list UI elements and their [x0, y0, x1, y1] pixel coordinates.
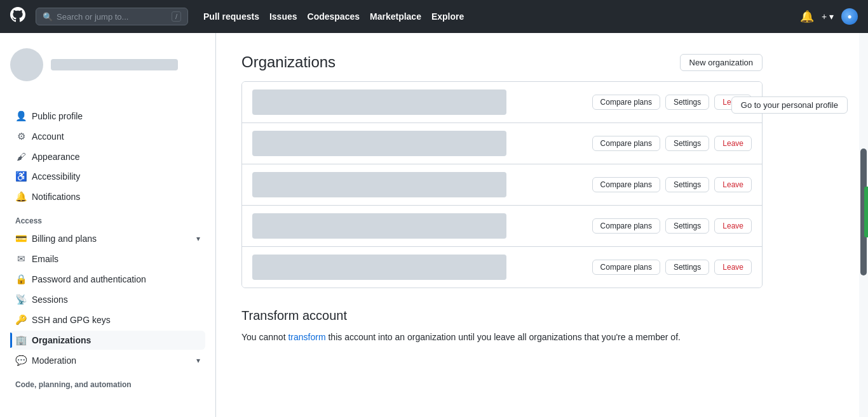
gear-icon: ⚙ [15, 131, 27, 142]
search-bar[interactable]: 🔍 / [36, 8, 188, 25]
go-to-personal-profile-button[interactable]: Go to your personal profile [731, 96, 848, 114]
sidebar-label-emails: Emails [32, 254, 58, 264]
key-icon: 🔑 [15, 314, 27, 326]
org-icon: 🏢 [15, 334, 27, 346]
sidebar-nav-billing[interactable]: 💳 Billing and plans ▾ [10, 229, 205, 248]
org-info-placeholder [252, 172, 506, 197]
org-actions: Compare plans Settings Leave [592, 177, 752, 192]
person-icon: 👤 [15, 110, 27, 122]
org-info-placeholder [252, 89, 506, 115]
sidebar-label-ssh-keys: SSH and GPG keys [32, 315, 111, 325]
sidebar-section-access: Access [15, 216, 200, 225]
compare-plans-button[interactable]: Compare plans [592, 218, 660, 234]
paintbrush-icon: 🖌 [15, 151, 27, 162]
nav-explore[interactable]: Explore [431, 11, 464, 22]
mail-icon: ✉ [15, 253, 27, 265]
org-actions: Compare plans Settings Leave [592, 260, 752, 275]
org-row: Compare plans Settings Leave [242, 164, 762, 206]
sidebar-nav-account[interactable]: ⚙ Account [10, 127, 205, 146]
org-actions: Compare plans Settings Leave [592, 136, 752, 151]
org-info-placeholder [252, 255, 506, 280]
sidebar-avatar [10, 48, 43, 81]
org-actions: Compare plans Settings Leave [592, 218, 752, 234]
sessions-icon: 📡 [15, 294, 27, 305]
sidebar-user [10, 48, 205, 91]
sidebar-label-public-profile: Public profile [32, 111, 83, 121]
sidebar-label-organizations: Organizations [32, 335, 91, 345]
sidebar-nav-accessibility[interactable]: ♿ Accessibility [10, 167, 205, 186]
scrollbar-accent [864, 187, 868, 237]
page-layout: 👤 Public profile ⚙ Account 🖌 Appearance … [0, 33, 868, 417]
credit-card-icon: 💳 [15, 233, 27, 244]
compare-plans-button[interactable]: Compare plans [592, 260, 660, 275]
sidebar-nav-sessions[interactable]: 📡 Sessions [10, 290, 205, 309]
org-row: Compare plans Settings Leave [242, 82, 762, 123]
sidebar-nav-organizations[interactable]: 🏢 Organizations [10, 331, 205, 350]
moderation-icon: 💬 [15, 355, 27, 366]
sidebar-label-accessibility: Accessibility [32, 171, 80, 182]
compare-plans-button[interactable]: Compare plans [592, 136, 660, 151]
bell-icon: 🔔 [15, 191, 27, 202]
transform-description: You cannot transform this account into a… [241, 331, 763, 344]
search-icon: 🔍 [43, 12, 53, 22]
new-organization-button[interactable]: New organization [680, 54, 763, 71]
org-info-placeholder [252, 131, 506, 156]
notifications-icon[interactable]: 🔔 [800, 10, 814, 23]
sidebar-nav-appearance[interactable]: 🖌 Appearance [10, 147, 205, 166]
compare-plans-button[interactable]: Compare plans [592, 95, 660, 110]
transform-account-section: Transform account You cannot transform t… [241, 308, 763, 344]
sidebar-username-placeholder [51, 59, 178, 70]
organizations-header: Organizations New organization [241, 53, 763, 71]
sidebar-nav-moderation[interactable]: 💬 Moderation ▾ [10, 351, 205, 370]
nav-pull-requests[interactable]: Pull requests [203, 11, 259, 22]
org-row: Compare plans Settings Leave [242, 247, 762, 288]
sidebar-label-moderation: Moderation [32, 355, 76, 366]
leave-button[interactable]: Leave [714, 218, 752, 234]
settings-button[interactable]: Settings [665, 136, 709, 151]
lock-icon: 🔒 [15, 274, 27, 285]
sidebar-nav-notifications[interactable]: 🔔 Notifications [10, 187, 205, 206]
org-actions: Compare plans Settings Leave [592, 95, 752, 110]
nav-issues[interactable]: Issues [269, 11, 297, 22]
sidebar-label-billing: Billing and plans [32, 234, 97, 244]
sidebar-section-code: Code, planning, and automation [15, 380, 200, 389]
settings-button[interactable]: Settings [665, 218, 709, 234]
organizations-title: Organizations [241, 53, 336, 71]
sidebar-label-notifications: Notifications [32, 192, 80, 202]
slash-shortcut: / [172, 11, 181, 22]
leave-button[interactable]: Leave [714, 177, 752, 192]
scrollbar-track[interactable] [859, 33, 868, 417]
create-icon[interactable]: + ▾ [822, 11, 834, 22]
org-info-placeholder [252, 213, 506, 239]
settings-sidebar: 👤 Public profile ⚙ Account 🖌 Appearance … [0, 33, 216, 417]
leave-button[interactable]: Leave [714, 260, 752, 275]
compare-plans-button[interactable]: Compare plans [592, 177, 660, 192]
sidebar-nav-public-profile[interactable]: 👤 Public profile [10, 107, 205, 126]
settings-button[interactable]: Settings [665, 95, 709, 110]
sidebar-nav-ssh-keys[interactable]: 🔑 SSH and GPG keys [10, 310, 205, 329]
nav-codespaces[interactable]: Codespaces [308, 11, 360, 22]
org-row: Compare plans Settings Leave [242, 123, 762, 164]
settings-button[interactable]: Settings [665, 177, 709, 192]
org-row: Compare plans Settings Leave [242, 206, 762, 247]
user-avatar[interactable]: ● [841, 8, 858, 25]
main-content: Organizations New organization Compare p… [216, 33, 788, 417]
search-input[interactable] [57, 12, 158, 22]
chevron-down-icon-moderation: ▾ [196, 356, 200, 365]
top-navigation: 🔍 / Pull requests Issues Codespaces Mark… [0, 0, 868, 33]
sidebar-label-password: Password and authentication [32, 274, 146, 284]
transform-link[interactable]: transform [288, 332, 325, 342]
leave-button[interactable]: Leave [714, 136, 752, 151]
transform-title: Transform account [241, 308, 763, 323]
topnav-links: Pull requests Issues Codespaces Marketpl… [203, 11, 464, 22]
sidebar-nav-password[interactable]: 🔒 Password and authentication [10, 270, 205, 289]
organizations-list: Compare plans Settings Leave Compare pla… [241, 81, 763, 288]
sidebar-nav-emails[interactable]: ✉ Emails [10, 249, 205, 268]
github-logo[interactable] [10, 7, 25, 26]
nav-marketplace[interactable]: Marketplace [370, 11, 421, 22]
topnav-right: 🔔 + ▾ ● [800, 8, 858, 25]
accessibility-icon: ♿ [15, 171, 27, 182]
sidebar-label-account: Account [32, 131, 64, 142]
settings-button[interactable]: Settings [665, 260, 709, 275]
sidebar-label-sessions: Sessions [32, 295, 68, 305]
